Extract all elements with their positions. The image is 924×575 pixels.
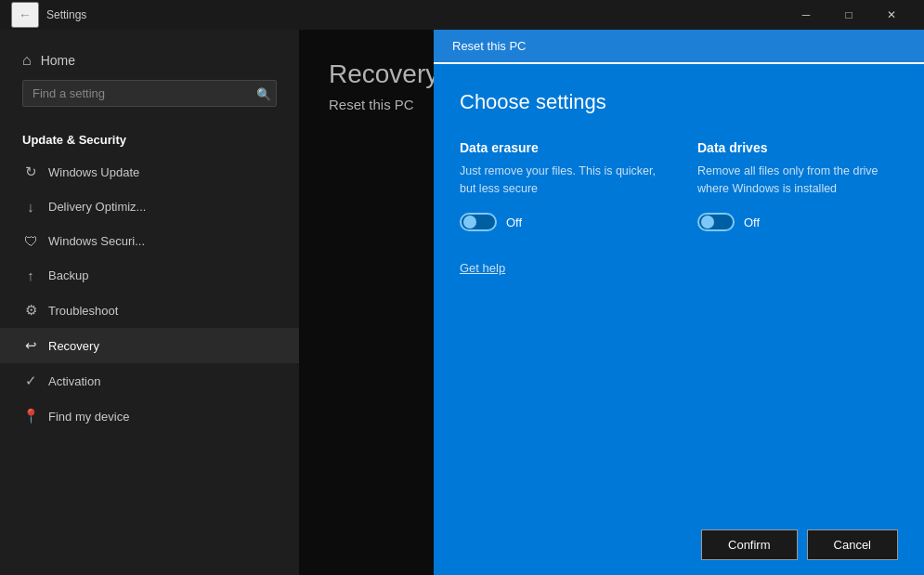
sidebar-item-windows-security[interactable]: 🛡 Windows Securi... xyxy=(0,224,299,258)
data-drives-toggle[interactable] xyxy=(697,213,735,231)
main-content: Recovery Reset this PC your files if the… xyxy=(299,30,924,575)
modal-title: Choose settings xyxy=(460,90,898,114)
app-container: ⌂ Home 🔍 Update & Security ↻ Windows Upd… xyxy=(0,30,924,575)
find-my-device-icon: 📍 xyxy=(22,408,39,425)
modal-body: Choose settings Data erasure Just remove… xyxy=(434,64,924,515)
app-title: Settings xyxy=(46,8,86,21)
windows-security-icon: 🛡 xyxy=(22,233,39,249)
data-drives-column: Data drives Remove all files only from t… xyxy=(697,140,898,231)
sidebar: ⌂ Home 🔍 Update & Security ↻ Windows Upd… xyxy=(0,30,299,575)
data-drives-toggle-label: Off xyxy=(744,216,760,229)
home-label: Home xyxy=(41,53,75,68)
maximize-button[interactable]: □ xyxy=(827,0,870,30)
titlebar: ← Settings ─ □ ✕ xyxy=(0,0,924,30)
modal-overlay: Reset this PC Choose settings Data erasu… xyxy=(299,30,924,575)
settings-columns: Data erasure Just remove your files. Thi… xyxy=(460,140,898,231)
data-drives-header: Data drives xyxy=(697,140,898,155)
data-erasure-column: Data erasure Just remove your files. Thi… xyxy=(460,140,660,231)
sidebar-item-backup[interactable]: ↑ Backup xyxy=(0,258,299,293)
modal-footer: Confirm Cancel xyxy=(434,515,924,575)
sidebar-item-activation[interactable]: ✓ Activation xyxy=(0,363,299,399)
data-erasure-description: Just remove your files. This is quicker,… xyxy=(460,163,660,200)
recovery-icon: ↩ xyxy=(22,337,39,354)
sidebar-item-label: Backup xyxy=(48,268,88,282)
search-box: 🔍 xyxy=(22,80,277,107)
data-drives-toggle-knob xyxy=(701,216,714,229)
data-erasure-header: Data erasure xyxy=(460,140,660,155)
sidebar-item-find-my-device[interactable]: 📍 Find my device xyxy=(0,399,299,434)
titlebar-left: ← Settings xyxy=(11,2,86,28)
sidebar-item-label: Windows Securi... xyxy=(48,234,145,248)
sidebar-item-label: Delivery Optimiz... xyxy=(48,200,146,214)
backup-icon: ↑ xyxy=(22,268,39,283)
sidebar-item-home[interactable]: ⌂ Home xyxy=(11,45,288,76)
confirm-button[interactable]: Confirm xyxy=(701,529,798,560)
sidebar-item-label: Troubleshoot xyxy=(48,304,118,318)
sidebar-item-delivery-optimization[interactable]: ↓ Delivery Optimiz... xyxy=(0,189,299,224)
reset-modal: Reset this PC Choose settings Data erasu… xyxy=(434,30,924,575)
sidebar-item-label: Recovery xyxy=(48,339,99,353)
sidebar-item-label: Windows Update xyxy=(48,165,139,179)
minimize-button[interactable]: ─ xyxy=(785,0,827,30)
troubleshoot-icon: ⚙ xyxy=(22,302,39,319)
window-controls: ─ □ ✕ xyxy=(785,0,913,30)
data-erasure-toggle-knob xyxy=(463,216,476,229)
sidebar-item-recovery[interactable]: ↩ Recovery xyxy=(0,328,299,363)
data-drives-toggle-row: Off xyxy=(697,213,898,231)
data-drives-description: Remove all files only from the drive whe… xyxy=(697,163,898,200)
sidebar-item-troubleshoot[interactable]: ⚙ Troubleshoot xyxy=(0,293,299,328)
sidebar-item-label: Find my device xyxy=(48,410,129,424)
search-icon[interactable]: 🔍 xyxy=(256,86,271,100)
get-help-link[interactable]: Get help xyxy=(460,261,505,275)
back-button[interactable]: ← xyxy=(11,2,39,28)
delivery-optimization-icon: ↓ xyxy=(22,199,39,215)
cancel-button[interactable]: Cancel xyxy=(807,529,898,560)
sidebar-item-windows-update[interactable]: ↻ Windows Update xyxy=(0,154,299,189)
data-erasure-toggle-label: Off xyxy=(506,216,522,229)
sidebar-nav-top: ⌂ Home 🔍 xyxy=(0,30,299,125)
search-input[interactable] xyxy=(22,80,277,107)
sidebar-item-label: Activation xyxy=(48,374,100,388)
windows-update-icon: ↻ xyxy=(22,163,39,180)
data-erasure-toggle-row: Off xyxy=(460,213,660,231)
section-header: Update & Security xyxy=(0,125,299,154)
data-erasure-toggle[interactable] xyxy=(460,213,497,231)
modal-tab[interactable]: Reset this PC xyxy=(434,30,924,64)
activation-icon: ✓ xyxy=(22,372,39,389)
home-icon: ⌂ xyxy=(22,52,32,69)
close-button[interactable]: ✕ xyxy=(870,0,913,30)
